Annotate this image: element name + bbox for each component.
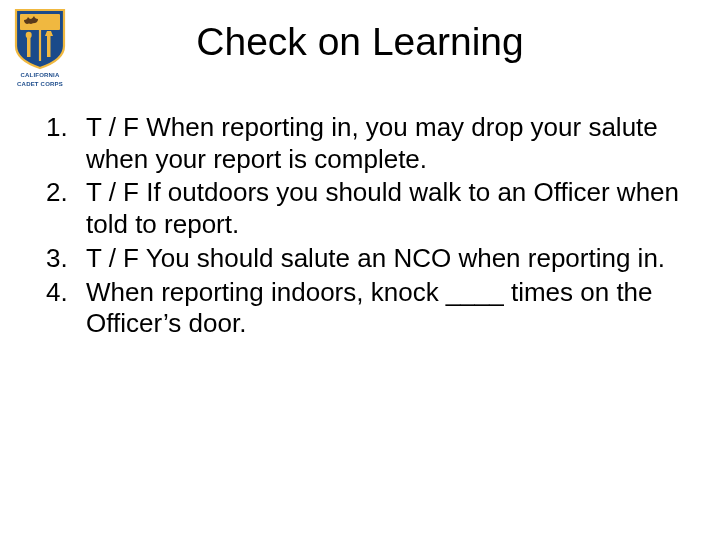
- list-item: T / F If outdoors you should walk to an …: [36, 177, 690, 240]
- logo-text-line2: CADET CORPS: [17, 81, 63, 88]
- list-item: T / F When reporting in, you may drop yo…: [36, 112, 690, 175]
- list-item: When reporting indoors, knock ____ times…: [36, 277, 690, 340]
- question-list-container: T / F When reporting in, you may drop yo…: [0, 112, 720, 340]
- svg-rect-4: [47, 36, 51, 57]
- organization-logo: CALIFORNIA CADET CORPS: [12, 8, 68, 87]
- svg-rect-2: [27, 36, 31, 57]
- logo-text-line1: CALIFORNIA: [21, 72, 60, 79]
- shield-icon: [14, 8, 66, 70]
- question-list: T / F When reporting in, you may drop yo…: [36, 112, 690, 340]
- page-title: Check on Learning: [0, 20, 720, 64]
- svg-point-3: [26, 32, 32, 38]
- list-item: T / F You should salute an NCO when repo…: [36, 243, 690, 275]
